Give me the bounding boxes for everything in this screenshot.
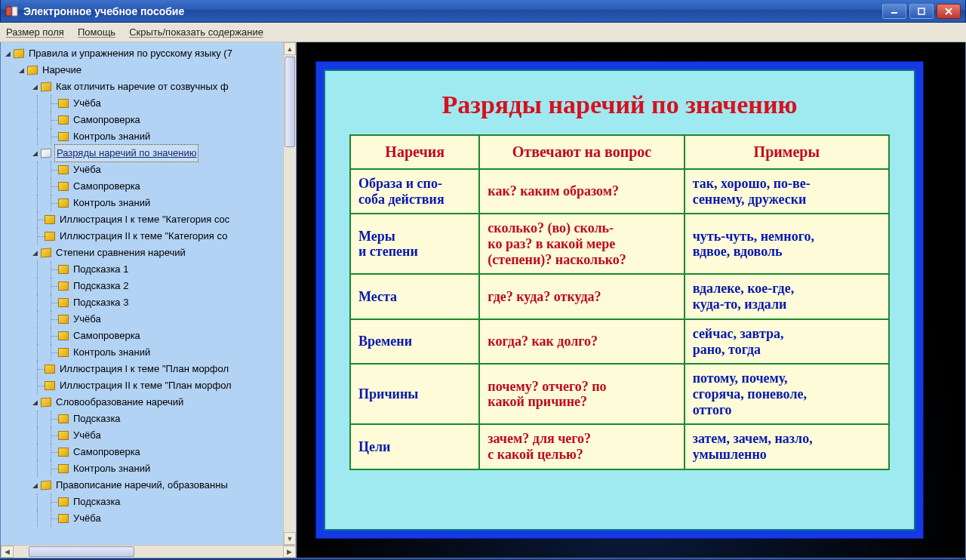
scroll-left-icon[interactable]: ◀	[1, 546, 14, 558]
tree-label: Подсказка	[72, 494, 122, 510]
tree-label: Как отличить наречие от созвучных ф	[54, 78, 230, 95]
cell-category: Места	[350, 274, 479, 318]
adverb-table: Наречия Отвечают на вопрос Примеры Образ…	[349, 134, 890, 470]
tree-node[interactable]: ◢Правописание наречий, образованны	[4, 477, 283, 494]
collapse-icon[interactable]: ◢	[31, 482, 39, 490]
menu-help[interactable]: Помощь	[78, 26, 115, 38]
menu-field-size[interactable]: Размер поля	[6, 26, 64, 38]
tree-node[interactable]: Учёба	[4, 95, 283, 112]
cell-category: Времени	[350, 319, 479, 364]
tree-node[interactable]: Подсказка	[4, 411, 283, 427]
collapse-icon[interactable]: ◢	[31, 83, 39, 91]
page-icon	[58, 514, 69, 523]
collapse-icon[interactable]: ◢	[31, 249, 39, 257]
tree-label: Иллюстрация II к теме "План морфол	[58, 377, 233, 394]
close-button[interactable]	[937, 4, 961, 19]
tree-label: Учёба	[72, 95, 103, 112]
tree-label: Учёба	[72, 427, 103, 444]
cell-category: Цели	[350, 424, 479, 469]
vertical-scrollbar[interactable]: ▲ ▼	[283, 42, 296, 545]
tree-label: Подсказка 1	[72, 261, 130, 278]
cell-category: Меры и степени	[350, 214, 479, 274]
tree-node[interactable]: Контроль знаний	[4, 460, 283, 477]
tree-node[interactable]: Контроль знаний	[4, 128, 283, 145]
cell-category: Образа и спо- соба действия	[350, 169, 479, 214]
tree-node[interactable]: ◢ Наречие	[4, 62, 283, 78]
book-icon	[41, 82, 51, 92]
window-controls	[882, 4, 962, 19]
scroll-thumb[interactable]	[29, 546, 134, 557]
tree-label: Подсказка 2	[72, 278, 130, 294]
tree-node[interactable]: ◢ Как отличить наречие от созвучных ф	[4, 78, 283, 95]
main-area: ◢ Правила и упражнения по русскому языку…	[0, 42, 966, 558]
table-row: Меры и степенисколько? (во) сколь- ко ра…	[350, 214, 889, 274]
tree-node[interactable]: Контроль знаний	[4, 195, 283, 211]
scroll-thumb[interactable]	[285, 57, 295, 147]
cell-examples: чуть-чуть, немного, вдвое, вдоволь	[685, 214, 889, 274]
tree-node[interactable]: Контроль знаний	[4, 344, 283, 361]
page-icon	[58, 448, 69, 457]
tree-label: Учёба	[72, 311, 103, 328]
tree-label: Самопроверка	[72, 328, 142, 344]
tree-node[interactable]: Иллюстрация I к теме "План морфол	[4, 361, 283, 377]
page-icon	[58, 198, 69, 208]
svg-rect-3	[918, 8, 924, 14]
page-icon	[58, 464, 69, 473]
page-icon	[58, 331, 69, 340]
collapse-icon[interactable]: ◢	[31, 149, 39, 158]
tree-node[interactable]: ◢ Степени сравнения наречий	[4, 245, 283, 261]
toc-tree[interactable]: ◢ Правила и упражнения по русскому языку…	[1, 42, 283, 530]
collapse-icon[interactable]: ◢	[17, 66, 26, 75]
tree-node[interactable]: Самопроверка	[4, 178, 283, 195]
tree-label: Самопроверка	[72, 444, 142, 460]
tree-node[interactable]: Иллюстрация II к теме "Категория со	[4, 228, 283, 245]
tree-label: Иллюстрация I к теме "Категория сос	[58, 211, 231, 228]
tree-node[interactable]: Учёба	[4, 427, 283, 444]
tree-node[interactable]: Подсказка	[4, 494, 283, 510]
tree-node[interactable]: Учёба	[4, 510, 283, 527]
table-row: Временикогда? как долго?сейчас, завтра, …	[350, 319, 889, 364]
tree-node[interactable]: Подсказка 1	[4, 261, 283, 278]
tree-node[interactable]: Самопроверка	[4, 328, 283, 344]
toc-panel: ◢ Правила и упражнения по русскому языку…	[1, 42, 297, 558]
page-icon	[45, 381, 55, 390]
tree-node[interactable]: Иллюстрация II к теме "План морфол	[4, 377, 283, 394]
tree-node[interactable]: Учёба	[4, 311, 283, 328]
tree-label: Иллюстрация I к теме "План морфол	[58, 361, 230, 377]
slide: Разряды наречий по значению Наречия Отве…	[324, 69, 915, 531]
scroll-down-icon[interactable]: ▼	[284, 532, 296, 545]
page-icon	[58, 132, 69, 141]
tree-label: Разряды наречий по значению	[54, 144, 198, 162]
page-icon	[58, 431, 69, 440]
tree-label: Учёба	[72, 162, 103, 178]
table-header: Наречия	[350, 135, 479, 169]
tree-node-root[interactable]: ◢ Правила и упражнения по русскому языку…	[4, 45, 283, 62]
tree-node-selected[interactable]: ◢ Разряды наречий по значению	[4, 145, 283, 162]
tree-node[interactable]: Учёба	[4, 162, 283, 178]
menubar: Размер поля Помощь Скрыть/показать содер…	[0, 23, 966, 42]
collapse-icon[interactable]: ◢	[4, 50, 12, 58]
tree-node[interactable]: Самопроверка	[4, 112, 283, 128]
page-icon	[58, 115, 69, 125]
page-icon	[58, 182, 69, 191]
book-icon	[41, 398, 51, 408]
tree-node[interactable]: Подсказка 3	[4, 294, 283, 311]
tree-node[interactable]: ◢Словообразование наречий	[4, 394, 283, 411]
maximize-button[interactable]	[909, 4, 934, 19]
tree-node[interactable]: Иллюстрация I к теме "Категория сос	[4, 211, 283, 228]
menu-toggle-toc[interactable]: Скрыть/показать содержание	[129, 26, 263, 38]
tree-node[interactable]: Подсказка 2	[4, 278, 283, 294]
table-row: Причиныпочему? отчего? по какой причине?…	[350, 364, 889, 424]
minimize-button[interactable]	[882, 4, 906, 19]
tree-label: Самопроверка	[72, 178, 142, 195]
scroll-up-icon[interactable]: ▲	[284, 42, 296, 55]
collapse-icon[interactable]: ◢	[31, 398, 39, 407]
tree-label: Самопроверка	[72, 112, 142, 128]
scroll-right-icon[interactable]: ▶	[283, 546, 296, 558]
tree-label: Наречие	[41, 62, 83, 78]
page-icon	[58, 348, 69, 357]
table-header: Примеры	[685, 135, 889, 169]
page-icon	[58, 315, 69, 324]
tree-node[interactable]: Самопроверка	[4, 444, 283, 460]
horizontal-scrollbar[interactable]: ◀ ▶	[1, 545, 296, 558]
